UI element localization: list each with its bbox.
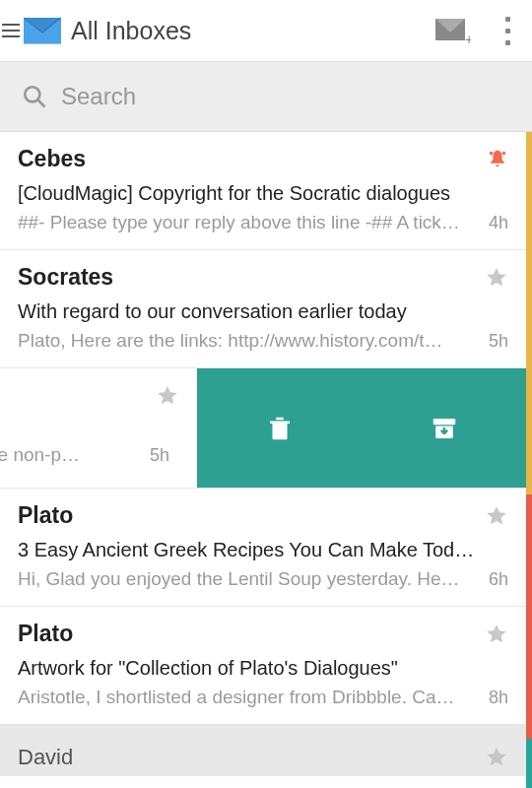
email-time: 8h [483, 688, 508, 708]
svg-rect-7 [432, 419, 455, 425]
email-time: 5h [483, 331, 508, 352]
email-sender: David [18, 745, 485, 770]
search-placeholder: Search [61, 83, 136, 110]
email-list: Cebes [CloudMagic] Copyright for the Soc… [0, 132, 532, 776]
email-preview: Plato, Here are the links: http://www.hi… [18, 330, 471, 352]
star-icon[interactable] [485, 266, 508, 290]
email-sender: Plato [18, 621, 73, 647]
email-subject: With regard to our conversation earlier … [18, 298, 508, 324]
email-sender: Socrates [18, 264, 113, 291]
svg-point-6 [502, 151, 506, 155]
app-header: All Inboxes + [0, 0, 532, 61]
delete-button[interactable] [197, 368, 362, 488]
star-icon[interactable] [156, 384, 179, 412]
email-time: 6h [483, 569, 508, 590]
email-row[interactable]: Socrates With regard to our conversation… [0, 250, 526, 368]
svg-text:+: + [465, 32, 471, 44]
star-icon[interactable] [485, 623, 508, 646]
email-row[interactable]: Plato Artwork for "Collection of Plato's… [0, 607, 526, 725]
menu-icon[interactable] [2, 22, 20, 39]
overflow-menu-icon[interactable] [497, 17, 524, 45]
email-preview: Aristotle, I shortlisted a designer from… [18, 687, 471, 708]
email-preview: ##- Please type your reply above this li… [18, 212, 471, 233]
email-row-partial: ate the non-p… 5h [0, 368, 197, 488]
archive-button[interactable] [362, 368, 526, 488]
account-accent [526, 494, 532, 739]
email-row[interactable]: Cebes [CloudMagic] Copyright for the Soc… [0, 132, 526, 250]
svg-line-4 [37, 99, 44, 106]
bell-icon[interactable] [487, 149, 508, 170]
account-accent [526, 132, 532, 494]
email-time: 4h [483, 213, 508, 233]
svg-point-5 [490, 151, 494, 155]
mail-logo-icon [24, 18, 61, 43]
email-sender: Plato [18, 502, 73, 529]
email-row[interactable]: David [0, 725, 526, 776]
email-sender: Cebes [18, 146, 86, 172]
email-subject: 3 Easy Ancient Greek Recipes You Can Mak… [18, 537, 508, 562]
email-time: 5h [150, 445, 169, 466]
star-icon[interactable] [485, 746, 508, 769]
search-icon [22, 84, 47, 109]
swipe-actions [197, 368, 526, 488]
email-row[interactable]: Plato 3 Easy Ancient Greek Recipes You C… [0, 489, 526, 607]
star-icon[interactable] [485, 504, 508, 528]
email-subject: [CloudMagic] Copyright for the Socratic … [18, 180, 508, 206]
account-accent [526, 739, 532, 788]
email-row-swiped[interactable]: ate the non-p… 5h [0, 368, 526, 489]
compose-button[interactable]: + [433, 11, 473, 50]
search-bar[interactable]: Search [0, 61, 532, 132]
email-preview: ate the non-p… [0, 444, 80, 466]
page-title: All Inboxes [71, 17, 433, 45]
email-preview: Hi, Glad you enjoyed the Lentil Soup yes… [18, 568, 471, 590]
email-subject: Artwork for "Collection of Plato's Dialo… [18, 655, 508, 681]
